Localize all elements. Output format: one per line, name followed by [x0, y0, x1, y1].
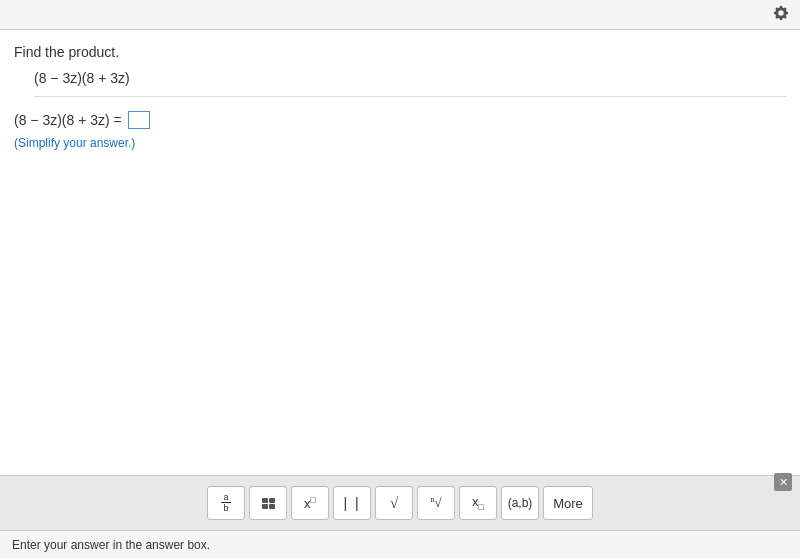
superscript-icon: x□: [304, 495, 316, 511]
status-text: Enter your answer in the answer box.: [12, 538, 210, 552]
bottom-section: ✕ a b x□ | | √ n: [0, 475, 800, 558]
fraction-button[interactable]: a b: [207, 486, 245, 520]
instruction-text: Find the product.: [14, 44, 786, 60]
math-toolbar: a b x□ | | √ n√ x□: [0, 475, 800, 530]
main-content: Find the product. (8 − 3z)(8 + 3z) (8 − …: [0, 30, 800, 448]
nthroot-icon: n√: [430, 495, 441, 511]
subscript-icon: x□: [472, 494, 484, 512]
status-bar: Enter your answer in the answer box.: [0, 530, 800, 558]
answer-row: (8 − 3z)(8 + 3z) =: [14, 111, 786, 129]
answer-input[interactable]: [128, 111, 150, 129]
sqrt-icon: √: [390, 495, 398, 512]
gear-icon[interactable]: [772, 4, 790, 26]
pipes-button[interactable]: | |: [333, 486, 371, 520]
sqrt-button[interactable]: √: [375, 486, 413, 520]
matrix-button[interactable]: [249, 486, 287, 520]
more-button[interactable]: More: [543, 486, 593, 520]
matrix-icon: [262, 498, 275, 509]
interval-button[interactable]: (a,b): [501, 486, 539, 520]
math-expression: (8 − 3z)(8 + 3z): [34, 70, 786, 97]
simplify-hint: (Simplify your answer.): [14, 136, 135, 150]
nthroot-button[interactable]: n√: [417, 486, 455, 520]
fraction-icon: a b: [221, 493, 230, 513]
toolbar-close-button[interactable]: ✕: [774, 473, 792, 491]
interval-icon: (a,b): [508, 496, 533, 510]
pipes-icon: | |: [343, 495, 360, 511]
subscript-button[interactable]: x□: [459, 486, 497, 520]
answer-label: (8 − 3z)(8 + 3z) =: [14, 112, 122, 128]
top-bar: [0, 0, 800, 30]
superscript-button[interactable]: x□: [291, 486, 329, 520]
